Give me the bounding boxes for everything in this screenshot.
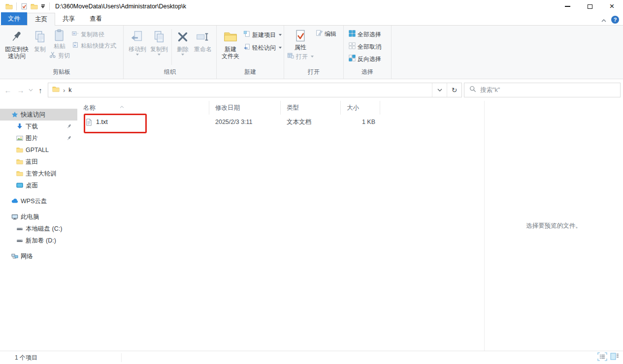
new-item-button[interactable]: 新建项目 <box>243 30 282 40</box>
ribbon-group-select: 全部选择 全部取消 反向选择 选择 <box>344 26 391 79</box>
tab-home[interactable]: 主页 <box>27 13 55 26</box>
column-headers: 名称 修改日期 类型 大小 <box>77 101 484 115</box>
chevron-down-icon <box>279 34 282 37</box>
breadcrumb[interactable]: k <box>68 87 71 93</box>
column-header-modified[interactable]: 修改日期 <box>209 101 281 115</box>
copy-icon <box>33 28 47 46</box>
edit-button[interactable]: 编辑 <box>316 29 336 39</box>
sidebar-item-downloads[interactable]: 下载 <box>0 121 77 132</box>
large-icons-view-button[interactable] <box>610 352 619 363</box>
ribbon-separator <box>391 26 392 79</box>
maximize-button[interactable] <box>579 0 601 13</box>
window-title-path: D:\360MoveData\Users\Administrator\Deskt… <box>55 3 186 10</box>
column-header-type[interactable]: 类型 <box>281 101 341 115</box>
up-button[interactable]: ↑ <box>34 83 47 97</box>
file-row[interactable]: 1.txt 2025/2/3 3:11 文本文档 1 KB <box>77 115 484 129</box>
breadcrumb-separator: › <box>63 87 65 94</box>
main-area: 快速访问 下载 图片 GPTALL <box>0 101 623 351</box>
folder-icon <box>16 158 23 166</box>
search-input[interactable] <box>480 87 620 93</box>
file-modified-date: 2025/2/3 3:11 <box>209 119 281 125</box>
file-type: 文本文档 <box>281 118 341 126</box>
sidebar-item-this-pc[interactable]: 此电脑 <box>0 211 77 223</box>
preview-pane: 选择要预览的文件。 <box>484 101 623 351</box>
copy-button[interactable]: 复制 <box>31 27 49 67</box>
invert-selection-button[interactable]: 反向选择 <box>349 54 389 64</box>
sidebar-item-pictures[interactable]: 图片 <box>0 132 77 144</box>
file-list: 名称 修改日期 类型 大小 1.txt 2025/2/3 3:11 文本文档 1… <box>77 101 484 351</box>
open-button[interactable]: 打开 <box>287 52 314 61</box>
paste-button[interactable]: 粘贴 <box>51 27 68 50</box>
properties-button[interactable]: 属性 <box>292 27 309 51</box>
tab-share[interactable]: 共享 <box>55 13 82 25</box>
pushpin-icon <box>9 28 24 46</box>
sidebar-item-lantian[interactable]: 蓝田 <box>0 156 77 168</box>
navigation-bar: ← → ↑ › k ↻ <box>0 79 623 101</box>
copy-path-button[interactable]: W 复制路径 <box>72 30 116 39</box>
new-item-icon <box>243 30 250 39</box>
select-all-button[interactable]: 全部选择 <box>349 30 389 39</box>
details-view-button[interactable] <box>597 352 607 363</box>
pinned-pin-icon <box>66 135 72 141</box>
group-label-clipboard: 剪贴板 <box>0 67 123 79</box>
collapse-ribbon-icon[interactable] <box>601 15 606 24</box>
chevron-down-icon <box>136 54 139 57</box>
status-bar: 1 个项目 <box>0 351 623 364</box>
back-button[interactable]: ← <box>1 83 14 97</box>
rename-icon <box>196 28 210 46</box>
select-none-icon <box>349 42 356 51</box>
easy-access-button[interactable]: 轻松访问 <box>243 43 282 53</box>
sidebar-item-wps-cloud[interactable]: WPS云盘 <box>0 195 77 207</box>
address-bar[interactable]: › k ↻ <box>48 83 462 97</box>
move-to-icon <box>130 28 145 46</box>
qat-new-folder-icon[interactable] <box>30 2 38 10</box>
drive-icon <box>16 237 23 244</box>
maximize-icon <box>588 4 592 9</box>
status-divider <box>121 353 122 362</box>
ribbon-group-new: 新建 文件夹 新建项目 轻松访问 <box>217 26 284 79</box>
select-none-button[interactable]: 全部取消 <box>349 42 389 52</box>
sidebar-item-local-disk-c[interactable]: 本地磁盘 (C:) <box>0 223 77 235</box>
cut-button[interactable]: 剪切 <box>49 51 70 61</box>
search-box[interactable] <box>464 83 621 97</box>
quick-access-star-icon <box>11 111 18 119</box>
sidebar-item-training[interactable]: 主管大轮训 <box>0 168 77 180</box>
chevron-down-icon <box>158 54 161 57</box>
close-button[interactable]: × <box>601 0 623 13</box>
copy-to-button[interactable]: 复制到 <box>148 27 170 67</box>
titlebar: D:\360MoveData\Users\Administrator\Deskt… <box>0 0 623 13</box>
column-header-name[interactable]: 名称 <box>77 101 209 115</box>
chevron-down-icon <box>311 56 314 59</box>
cloud-icon <box>11 198 18 205</box>
file-name: 1.txt <box>96 119 108 125</box>
help-icon[interactable]: ? <box>611 16 619 24</box>
sidebar-item-desktop[interactable]: 桌面 <box>0 180 77 191</box>
titlebar-divider <box>49 2 50 10</box>
rename-button[interactable]: 重命名 <box>192 27 214 67</box>
sidebar-item-new-volume-d[interactable]: 新加卷 (D:) <box>0 235 77 246</box>
sidebar-item-network[interactable]: 网络 <box>0 250 77 262</box>
tab-view[interactable]: 查看 <box>82 13 109 25</box>
qat-customize-chevron-icon[interactable] <box>41 4 45 8</box>
column-header-size[interactable]: 大小 <box>341 101 380 115</box>
ribbon-group-open: 属性 打开 编辑 打开 <box>284 26 343 79</box>
move-to-button[interactable]: 移动到 <box>127 27 148 67</box>
forward-button[interactable]: → <box>14 83 27 97</box>
paste-shortcut-button[interactable]: 粘贴快捷方式 <box>72 41 116 51</box>
search-icon <box>469 86 476 94</box>
minimize-button[interactable] <box>557 0 579 13</box>
new-folder-button[interactable]: 新建 文件夹 <box>220 27 241 67</box>
delete-button[interactable]: 删除 <box>173 27 192 67</box>
minimize-icon <box>565 6 570 6</box>
properties-icon <box>294 28 307 44</box>
refresh-button[interactable]: ↻ <box>447 83 461 97</box>
qat-properties-icon[interactable] <box>20 2 28 10</box>
ribbon-tab-bar: 文件 主页 共享 查看 ? <box>0 13 623 26</box>
recent-locations-chevron-icon[interactable] <box>27 89 34 91</box>
sidebar-item-quick-access[interactable]: 快速访问 <box>0 109 77 121</box>
sidebar-item-gptall[interactable]: GPTALL <box>0 144 77 156</box>
pictures-icon <box>16 135 23 142</box>
tab-file[interactable]: 文件 <box>1 12 27 25</box>
address-dropdown-chevron-icon[interactable] <box>432 83 447 97</box>
pin-to-quick-access-button[interactable]: 固定到快 速访问 <box>3 27 31 67</box>
